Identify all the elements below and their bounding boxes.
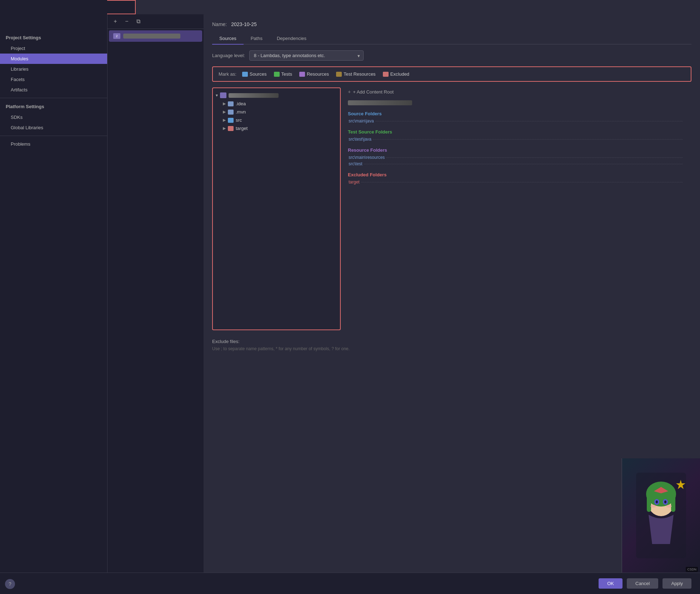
folder-idea-label: .idea <box>236 101 246 106</box>
test-source-folders-title: Test Source Folders <box>348 129 684 135</box>
root-folder-icon <box>220 92 226 98</box>
language-level-select[interactable]: 8 - Lambdas, type annotations etc. 3 - E… <box>249 50 364 61</box>
tree-item-mvn[interactable]: ▶ .mvn <box>213 108 340 116</box>
sidebar-divider-2 <box>0 136 107 136</box>
copy-module-button[interactable]: ⧉ <box>134 17 142 26</box>
language-level-wrapper: 8 - Lambdas, type annotations etc. 3 - E… <box>249 50 364 61</box>
add-content-root-label: + Add Content Root <box>353 89 394 95</box>
tree-and-panel: ▾ ▶ .idea ▶ .mvn ▶ src <box>212 87 691 330</box>
exclude-files-section: Exclude files: Use ; to separate name pa… <box>212 339 691 351</box>
mark-as-excluded-btn[interactable]: Excluded <box>381 71 411 77</box>
mark-as-resources-btn[interactable]: Resources <box>298 71 330 77</box>
sidebar-divider <box>0 98 107 98</box>
tabs-bar: Sources Paths Dependencies <box>212 33 691 45</box>
folder-src-label: src <box>236 117 242 123</box>
help-button[interactable]: ? <box>5 579 15 589</box>
tests-folder-icon <box>274 72 280 77</box>
source-folders-section: Source Folders src\main\java <box>348 111 684 124</box>
tree-item-idea[interactable]: ▶ .idea <box>213 100 340 108</box>
sidebar-item-artifacts[interactable]: Artifacts <box>0 85 107 95</box>
sidebar-item-facets[interactable]: Facets <box>0 74 107 85</box>
csdn-badge: CSDN <box>686 567 698 572</box>
plus-icon: + <box>348 89 351 95</box>
content-root-path-blurred <box>348 100 412 105</box>
resource-path-2: src\test <box>348 161 684 166</box>
tree-item-src[interactable]: ▶ src <box>213 116 340 124</box>
add-module-button[interactable]: + <box>111 17 120 26</box>
tree-root-item[interactable]: ▾ <box>213 91 340 100</box>
resource-folders-title: Resource Folders <box>348 147 684 153</box>
content-header: Name: 2023-10-25 <box>212 21 691 27</box>
root-name-blurred <box>229 93 279 98</box>
resources-folder-icon <box>299 72 305 77</box>
module-toolbar: + − ⧉ <box>108 14 204 29</box>
mark-as-sources-btn[interactable]: Sources <box>241 71 268 77</box>
folder-mvn-icon <box>228 110 234 115</box>
remove-module-button[interactable]: − <box>122 17 131 26</box>
sidebar-item-global-libraries[interactable]: Global Libraries <box>0 122 107 133</box>
chevron-icon: ▶ <box>223 101 226 106</box>
mark-as-label: Mark as: <box>219 71 236 77</box>
excluded-path-1: target <box>348 180 684 185</box>
excluded-folders-title: Excluded Folders <box>348 172 684 177</box>
exclude-files-label: Exclude files: <box>212 339 691 344</box>
mark-as-test-resources-btn[interactable]: Test Resources <box>335 71 377 77</box>
platform-settings-section: Platform Settings <box>0 101 107 112</box>
source-path-1: src\main\java <box>348 119 684 124</box>
module-list-panel: + − ⧉ 2 <box>107 14 204 594</box>
sources-folder-icon <box>242 72 248 77</box>
right-panel: + + Add Content Root Source Folders src\… <box>341 87 691 330</box>
sidebar-item-libraries[interactable]: Libraries <box>0 64 107 74</box>
language-level-row: Language level: 8 - Lambdas, type annota… <box>212 50 691 61</box>
language-level-label: Language level: <box>212 53 245 58</box>
mark-as-section: Mark as: Sources Tests Resources Test Re… <box>212 66 691 82</box>
folder-mvn-label: .mvn <box>236 109 246 115</box>
chevron-icon: ▶ <box>223 126 226 131</box>
test-path-1: src\test\java <box>348 137 684 142</box>
exclude-files-hint: Use ; to separate name patterns, * for a… <box>212 346 691 351</box>
sidebar: Project Settings Project Modules Librari… <box>0 0 107 594</box>
test-resources-folder-icon <box>336 72 342 77</box>
tree-item-target[interactable]: ▶ target <box>213 124 340 132</box>
source-folders-title: Source Folders <box>348 111 684 116</box>
ok-button[interactable]: OK <box>599 578 622 589</box>
resource-path-1: src\main\resources <box>348 155 684 160</box>
excluded-folder-icon <box>383 72 389 77</box>
resource-folders-section: Resource Folders src\main\resources src\… <box>348 147 684 166</box>
module-item[interactable]: 2 <box>109 30 202 42</box>
module-icon: 2 <box>113 33 120 39</box>
sidebar-item-project[interactable]: Project <box>0 43 107 54</box>
folder-target-label: target <box>236 126 248 131</box>
sidebar-item-sdks[interactable]: SDKs <box>0 112 107 122</box>
folder-idea-icon <box>228 101 234 106</box>
folder-src-icon <box>228 118 234 123</box>
sidebar-item-modules[interactable]: Modules <box>0 54 107 64</box>
name-label: Name: <box>212 21 227 27</box>
bottom-bar: OK Cancel Apply <box>0 573 700 594</box>
apply-button[interactable]: Apply <box>662 578 691 589</box>
collapse-icon: ▾ <box>216 93 218 98</box>
sidebar-item-problems[interactable]: Problems <box>0 139 107 149</box>
module-name-value: 2023-10-25 <box>231 21 257 27</box>
cancel-button[interactable]: Cancel <box>627 578 658 589</box>
tab-dependencies[interactable]: Dependencies <box>270 33 314 45</box>
project-settings-section: Project Settings <box>0 32 107 43</box>
mark-as-tests-btn[interactable]: Tests <box>272 71 294 77</box>
tab-sources[interactable]: Sources <box>212 33 244 45</box>
add-content-root-btn[interactable]: + + Add Content Root <box>348 87 684 96</box>
chevron-icon: ▶ <box>223 118 226 122</box>
chevron-icon: ▶ <box>223 110 226 114</box>
module-name-blurred <box>123 34 180 39</box>
test-source-folders-section: Test Source Folders src\test\java <box>348 129 684 142</box>
excluded-folders-section: Excluded Folders target <box>348 172 684 185</box>
file-tree: ▾ ▶ .idea ▶ .mvn ▶ src <box>212 87 341 330</box>
tab-paths[interactable]: Paths <box>244 33 270 45</box>
folder-target-icon <box>228 126 234 131</box>
main-content: Name: 2023-10-25 Sources Paths Dependenc… <box>204 14 700 594</box>
